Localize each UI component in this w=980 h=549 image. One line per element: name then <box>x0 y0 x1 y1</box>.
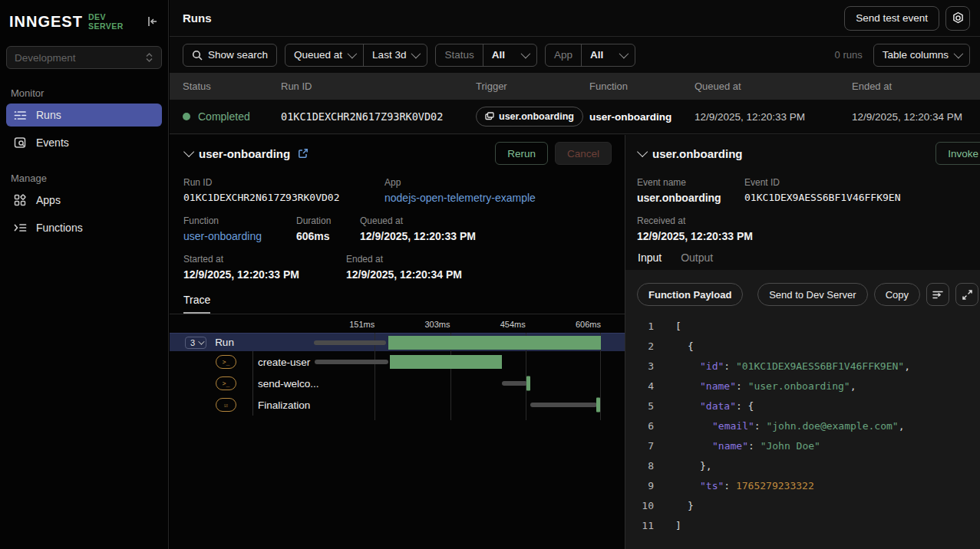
line-number: 2 <box>625 340 654 352</box>
updown-chevron-icon <box>145 52 153 63</box>
invoke-button[interactable]: Invoke <box>935 142 980 165</box>
events-icon <box>13 136 27 150</box>
filter-bar: Show search Queued at Last 3d Status All <box>170 37 980 73</box>
main-area: Runs Send test event Show search <box>170 0 980 549</box>
copy-button[interactable]: Copy <box>874 283 920 306</box>
queued-at-filter[interactable]: Queued at <box>285 44 363 66</box>
collapse-run-chevron-icon[interactable] <box>183 146 194 157</box>
started-at-value: 12/9/2025, 12:20:33 PM <box>183 268 346 281</box>
trace-axis-label: 303ms <box>424 320 450 329</box>
word-wrap-button[interactable] <box>926 283 949 306</box>
trace-row[interactable]: 3Run <box>170 333 625 351</box>
code-line: 4"name": "user.onboarding", <box>625 376 980 396</box>
received-at-value: 12/9/2025, 12:20:33 PM <box>637 230 966 242</box>
code-line: 5"data": { <box>625 396 980 416</box>
duration-value: 606ms <box>296 230 360 242</box>
trace-row[interactable]: >_create-user <box>170 351 625 373</box>
line-number: 6 <box>625 420 654 432</box>
queued-at-value: 12/9/2025, 12:20:33 PM <box>360 230 611 242</box>
event-detail-panel: user.onboarding Invoke Event name user.o… <box>625 135 980 549</box>
code-line: 6"email": "john.doe@example.com", <box>625 416 980 436</box>
app-filter-group: App All <box>545 44 635 67</box>
function-label: Function <box>183 215 296 226</box>
tab-input[interactable]: Input <box>638 251 662 271</box>
trace-axis-label: 151ms <box>349 320 375 329</box>
gear-icon <box>952 12 965 25</box>
function-link[interactable]: user-onboarding <box>183 230 296 242</box>
ended-at-label: Ended at <box>346 254 611 265</box>
status-filter-label: Status <box>436 44 482 66</box>
table-row[interactable]: Completed 01KC1DEXCHR2N617Z93RK0VD02 use… <box>170 100 980 134</box>
logo-row: INNGEST DEV SERVER <box>0 0 168 43</box>
tab-output[interactable]: Output <box>681 251 713 271</box>
search-icon <box>192 50 203 61</box>
trace-duration-tick <box>596 398 600 413</box>
ended-at-cell: 12/9/2025, 12:20:34 PM <box>852 111 980 123</box>
duration-label: Duration <box>296 215 360 226</box>
line-number: 8 <box>625 460 654 472</box>
trace-axis-label: 606ms <box>576 320 601 329</box>
status-filter-group: Status All <box>435 44 537 67</box>
trigger-pill[interactable]: user.onboarding <box>476 107 583 127</box>
word-wrap-icon <box>932 290 943 299</box>
collapse-event-chevron-icon[interactable] <box>637 146 648 157</box>
trace-time-axis: 151ms303ms454ms606ms <box>299 319 601 333</box>
function-cell: user-onboarding <box>589 111 695 123</box>
send-to-dev-server-button[interactable]: Send to Dev Server <box>757 283 867 306</box>
run-id-label: Run ID <box>183 177 384 188</box>
code-line: 9"ts": 1765279233322 <box>625 475 980 495</box>
show-search-button[interactable]: Show search <box>183 44 277 67</box>
page-title: Runs <box>183 12 212 25</box>
event-copy-icon <box>485 112 494 121</box>
run-id-value: 01KC1DEXCHR2N617Z93RK0VD02 <box>183 192 384 203</box>
step-run-icon: >_ <box>216 355 236 369</box>
function-payload-chip[interactable]: Function Payload <box>637 283 743 306</box>
sidebar-item-functions[interactable]: Functions <box>6 216 162 239</box>
external-link-icon[interactable] <box>298 148 309 159</box>
app-filter-label: App <box>546 44 581 66</box>
trace-queue-segment <box>314 340 386 345</box>
status-label: Completed <box>198 110 250 123</box>
sidebar-item-label: Functions <box>36 222 83 234</box>
sidebar-item-events[interactable]: Events <box>6 131 162 154</box>
collapse-sidebar-icon[interactable] <box>147 15 159 28</box>
send-test-event-button[interactable]: Send test event <box>844 6 939 31</box>
tab-trace[interactable]: Trace <box>183 294 210 314</box>
code-line: 10} <box>625 495 980 515</box>
event-title: user.onboarding <box>652 147 743 160</box>
trace-row[interactable]: ☑Finalization <box>170 394 625 416</box>
expand-button[interactable] <box>955 283 978 306</box>
runs-table: Status Run ID Trigger Function Queued at… <box>170 73 980 134</box>
json-payload-editor: 1[2{3"id": "01KC1DEX9AESS6BF1V46FFK9EN",… <box>625 316 980 535</box>
status-dot <box>183 113 190 120</box>
rerun-button[interactable]: Rerun <box>495 142 548 165</box>
trace-queue-segment <box>502 381 527 386</box>
chevron-down-icon <box>348 49 358 59</box>
table-columns-button[interactable]: Table columns <box>873 44 970 67</box>
column-header: Run ID <box>281 81 476 92</box>
event-id-value: 01KC1DEX9AESS6BF1V46FFK9EN <box>744 192 966 203</box>
environment-select[interactable]: Development <box>6 46 162 69</box>
sidebar-item-runs[interactable]: Runs <box>6 104 162 127</box>
monitor-section-label: Monitor <box>0 87 168 99</box>
app-filter[interactable]: All <box>582 44 635 66</box>
run-detail-panel: user-onboarding Rerun Cancel Run ID 01KC… <box>170 135 625 549</box>
trace-expander-badge[interactable]: 3 <box>185 337 206 349</box>
started-at-label: Started at <box>183 254 346 265</box>
settings-button[interactable] <box>945 6 970 31</box>
trace-tree-guide <box>252 351 253 416</box>
sidebar-item-apps[interactable]: Apps <box>6 189 162 212</box>
line-number: 4 <box>625 380 654 392</box>
app-link[interactable]: nodejs-open-telemetry-example <box>384 192 611 204</box>
table-header-row: Status Run ID Trigger Function Queued at… <box>170 73 980 100</box>
line-number: 7 <box>625 440 654 452</box>
code-line: 3"id": "01KC1DEX9AESS6BF1V46FFK9EN", <box>625 356 980 376</box>
cancel-button[interactable]: Cancel <box>555 142 612 165</box>
trace-duration-bar <box>388 336 601 350</box>
line-number: 5 <box>625 400 654 412</box>
ended-at-value: 12/9/2025, 12:20:34 PM <box>346 268 611 281</box>
status-filter[interactable]: All <box>483 44 536 66</box>
trace-row[interactable]: >_send-welco... <box>170 373 625 394</box>
time-range-filter[interactable]: Last 3d <box>364 44 427 66</box>
column-header: Status <box>183 81 281 92</box>
